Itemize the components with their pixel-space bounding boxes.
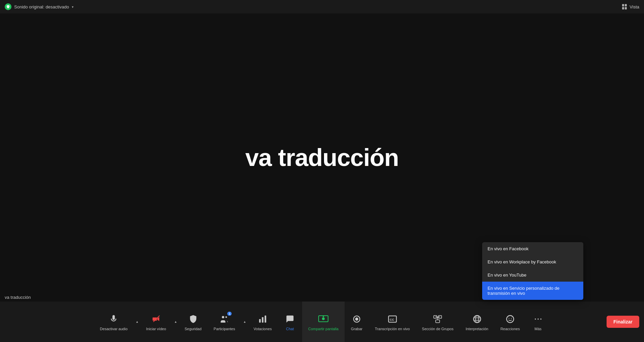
security-label: Seguridad	[184, 327, 201, 331]
interpret-label: Interpretación	[466, 327, 488, 331]
polls-label: Votaciones	[254, 327, 272, 331]
bottom-toolbar: Desactivar audio ▲ Iniciar vídeo ▲ Segur…	[0, 302, 644, 342]
participants-label: Participantes	[214, 327, 235, 331]
sound-label: Sonido original: desactivado	[14, 4, 69, 9]
mute-label: Desactivar audio	[100, 327, 127, 331]
svg-point-24	[537, 318, 539, 320]
svg-point-8	[355, 317, 358, 320]
security-button[interactable]: Seguridad	[178, 302, 207, 342]
participants-button[interactable]: 1 Participantes	[208, 302, 241, 342]
view-label: Vista	[630, 4, 639, 9]
top-bar-left: Sonido original: desactivado ▾	[5, 3, 74, 10]
end-button[interactable]: Finalizar	[607, 316, 639, 328]
top-bar: Sonido original: desactivado ▾ Vista	[0, 0, 644, 13]
live-dropdown: En vivo en Facebook En vivo en Workplace…	[482, 242, 583, 300]
center-text: va traducción	[245, 144, 399, 171]
svg-point-23	[535, 318, 536, 320]
svg-point-20	[506, 315, 514, 322]
svg-point-17	[475, 315, 478, 322]
record-label: Grabar	[351, 327, 362, 331]
dropdown-item-custom[interactable]: En vivo en Servicio personalizado de tra…	[482, 282, 583, 300]
polls-button[interactable]: Votaciones	[247, 302, 278, 342]
svg-rect-4	[265, 315, 266, 322]
video-label: Iniciar vídeo	[146, 327, 166, 331]
mute-chevron[interactable]: ▲	[134, 302, 140, 342]
svg-point-25	[540, 318, 541, 320]
svg-point-1	[226, 316, 227, 318]
svg-point-0	[222, 316, 224, 318]
dropdown-item-workplace[interactable]: En vivo en Workplace by Facebook	[482, 255, 583, 268]
svg-point-21	[508, 318, 509, 318]
reactions-label: Reacciones	[500, 327, 520, 331]
share-label: Compartir pantalla	[308, 327, 339, 331]
svg-rect-3	[262, 317, 264, 322]
svg-rect-13	[436, 320, 440, 322]
more-button[interactable]: Más	[526, 302, 550, 342]
interpret-button[interactable]: Interpretación	[460, 302, 494, 342]
svg-rect-2	[259, 319, 261, 323]
chat-label: Chat	[286, 327, 294, 331]
more-label: Más	[534, 327, 541, 331]
mute-button[interactable]: Desactivar audio	[94, 302, 134, 342]
video-button[interactable]: Iniciar vídeo	[140, 302, 172, 342]
video-chevron[interactable]: ▲	[172, 302, 179, 342]
reactions-button[interactable]: Reacciones	[494, 302, 526, 342]
svg-text:CC: CC	[389, 318, 394, 321]
svg-point-6	[322, 317, 325, 320]
view-grid-icon	[622, 4, 627, 9]
svg-point-22	[511, 318, 511, 318]
dropdown-item-facebook[interactable]: En vivo en Facebook	[482, 242, 583, 255]
top-bar-right: Vista	[622, 4, 639, 9]
share-button[interactable]: Compartir pantalla	[302, 302, 345, 342]
breakout-label: Sección de Grupos	[422, 327, 453, 331]
security-shield-icon	[5, 3, 11, 10]
transcript-button[interactable]: CC Transcripción en vivo	[369, 302, 416, 342]
record-button[interactable]: Grabar	[345, 302, 369, 342]
sound-dropdown-arrow[interactable]: ▾	[72, 5, 74, 9]
participants-badge: 1	[227, 312, 232, 316]
svg-point-16	[473, 315, 480, 322]
dropdown-item-youtube[interactable]: En vivo en YouTube	[482, 268, 583, 282]
chat-button[interactable]: Chat	[278, 302, 302, 342]
participants-chevron[interactable]: ▲	[241, 302, 247, 342]
transcript-label: Transcripción en vivo	[375, 327, 410, 331]
breakout-button[interactable]: Sección de Grupos	[416, 302, 460, 342]
bottom-label: va traducción	[5, 295, 31, 300]
